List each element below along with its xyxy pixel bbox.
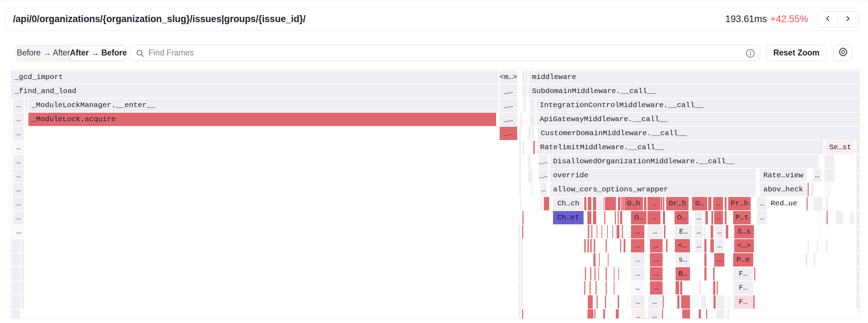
flame-frame[interactable]: _… <box>500 127 517 140</box>
flame-frame[interactable] <box>620 211 622 224</box>
flame-frame[interactable] <box>808 183 809 196</box>
flame-frame[interactable]: DisallowedOrganizationMiddleware.__call_… <box>550 155 819 168</box>
flame-frame[interactable] <box>661 197 662 210</box>
flame-frame[interactable] <box>597 295 598 309</box>
flame-frame[interactable]: <m…> <box>500 71 517 84</box>
flame-frame[interactable]: … <box>695 239 703 252</box>
flame-frame[interactable] <box>808 239 809 252</box>
flame-frame[interactable] <box>705 211 708 224</box>
flame-frame[interactable]: _ModuleLock.acquire <box>28 113 496 126</box>
flame-frame[interactable] <box>618 295 619 309</box>
flame-frame[interactable]: … <box>631 281 644 295</box>
flame-frame[interactable]: … <box>13 183 24 196</box>
flame-frame[interactable]: F… <box>734 295 752 309</box>
flame-frame[interactable] <box>521 295 523 309</box>
flame-frame[interactable] <box>21 267 24 281</box>
flame-frame[interactable] <box>614 267 614 281</box>
flame-frame[interactable] <box>608 253 609 266</box>
flame-frame[interactable]: … <box>540 183 547 196</box>
flame-frame[interactable] <box>604 211 605 224</box>
flame-frame[interactable] <box>528 127 531 140</box>
flame-frame[interactable]: … <box>13 225 24 238</box>
flame-frame[interactable] <box>21 281 24 295</box>
flame-frame[interactable] <box>21 295 24 309</box>
flame-frame[interactable] <box>622 225 623 238</box>
search-input[interactable] <box>149 45 731 60</box>
flame-frame[interactable] <box>666 239 668 252</box>
flame-frame[interactable] <box>604 197 604 210</box>
flame-frame[interactable] <box>620 239 621 252</box>
flame-frame[interactable]: _… <box>500 113 517 126</box>
next-transaction-button[interactable] <box>838 12 858 27</box>
flame-frame[interactable]: O… <box>631 211 646 224</box>
flame-frame[interactable] <box>704 253 706 266</box>
flame-frame[interactable]: … <box>648 309 661 319</box>
flame-frame[interactable] <box>706 309 707 319</box>
flame-frame[interactable] <box>588 225 589 238</box>
flame-frame[interactable]: O…h <box>624 197 643 210</box>
flame-frame[interactable]: … <box>650 267 663 281</box>
flame-frame[interactable]: … <box>13 169 24 182</box>
flame-frame[interactable]: <… <box>675 239 690 252</box>
flame-frame[interactable]: IntegrationControlMiddleware.__call__ <box>537 99 860 112</box>
flame-frame[interactable]: … <box>695 211 703 224</box>
flame-frame[interactable] <box>522 225 523 238</box>
flame-frame[interactable] <box>714 295 716 309</box>
flame-frame[interactable] <box>521 281 523 295</box>
flame-frame[interactable] <box>623 197 624 210</box>
flamegraph[interactable]: _gcd_import<m…>middleware_find_and_load_… <box>11 69 860 319</box>
flame-frame[interactable] <box>824 155 834 168</box>
settings-button[interactable] <box>834 45 853 61</box>
flame-frame[interactable] <box>644 197 646 210</box>
flame-frame[interactable]: middleware <box>529 71 860 84</box>
flame-frame[interactable] <box>856 295 859 309</box>
flame-frame[interactable]: ApiGatewayMiddleware.__call__ <box>537 113 860 126</box>
flame-frame[interactable] <box>612 225 613 238</box>
flame-frame[interactable]: … <box>713 197 723 210</box>
flame-frame[interactable] <box>614 281 614 295</box>
flame-frame[interactable] <box>615 211 616 224</box>
flame-frame[interactable] <box>518 309 520 319</box>
flame-frame[interactable] <box>530 99 535 112</box>
flame-frame[interactable]: … <box>631 295 644 309</box>
flame-frame[interactable] <box>824 169 834 182</box>
flame-frame[interactable]: … <box>631 239 644 252</box>
flame-frame[interactable] <box>588 295 593 309</box>
flame-frame[interactable]: RatelimitMiddleware.__call__ <box>537 141 823 154</box>
flame-frame[interactable] <box>754 267 755 281</box>
flame-frame[interactable] <box>606 239 607 252</box>
flame-frame[interactable]: O… <box>675 211 689 224</box>
flame-frame[interactable] <box>522 309 523 319</box>
flame-frame[interactable]: Pr…h <box>728 197 751 210</box>
flame-frame[interactable] <box>856 281 859 295</box>
flame-frame[interactable] <box>21 239 24 252</box>
flame-frame[interactable] <box>725 197 726 210</box>
flame-frame[interactable] <box>711 225 713 238</box>
flame-frame[interactable] <box>856 225 859 238</box>
flame-frame[interactable] <box>25 99 28 112</box>
flame-frame[interactable]: Se…st <box>826 141 854 154</box>
flame-frame[interactable] <box>594 239 595 252</box>
flame-frame[interactable] <box>713 281 715 295</box>
flame-frame[interactable] <box>607 225 608 238</box>
flame-frame[interactable] <box>519 183 521 196</box>
flame-frame[interactable]: … <box>650 239 663 252</box>
flame-frame[interactable] <box>711 211 713 224</box>
flame-frame[interactable] <box>532 127 534 140</box>
info-icon[interactable] <box>746 49 755 59</box>
flame-frame[interactable]: Rate…view <box>760 169 807 182</box>
flame-frame[interactable] <box>826 197 828 210</box>
flame-frame[interactable]: … <box>650 253 663 266</box>
flame-frame[interactable]: … <box>695 225 703 238</box>
flame-frame[interactable] <box>590 267 591 281</box>
flame-frame[interactable]: … <box>13 211 24 224</box>
flame-frame[interactable] <box>618 197 620 210</box>
flame-frame[interactable]: … <box>647 211 660 224</box>
flame-frame[interactable] <box>663 211 665 224</box>
flame-frame[interactable] <box>599 253 600 266</box>
flame-frame[interactable] <box>727 295 731 309</box>
flame-frame[interactable] <box>626 295 629 309</box>
flame-frame[interactable] <box>528 155 531 168</box>
flame-frame[interactable] <box>617 225 619 238</box>
flame-frame[interactable] <box>598 267 599 281</box>
